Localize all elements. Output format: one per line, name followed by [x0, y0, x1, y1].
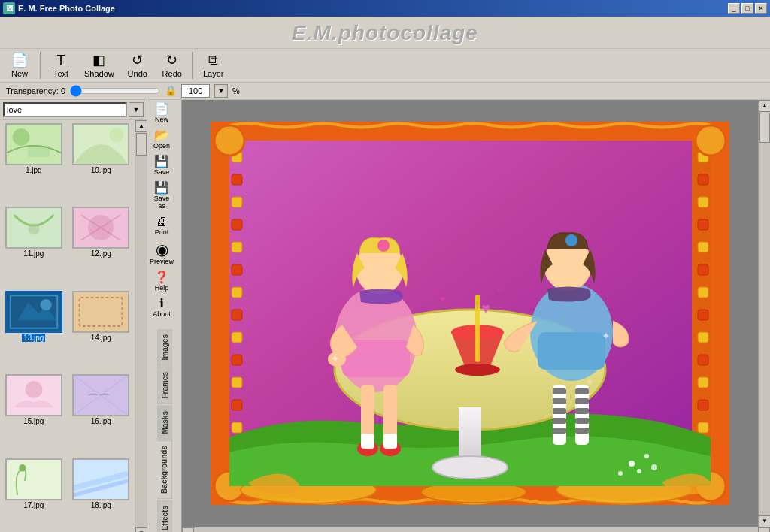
tab-images[interactable]: Images: [157, 329, 172, 365]
new-label: New: [11, 69, 28, 78]
thumbnail-label: 13.jpg: [22, 334, 45, 342]
svg-rect-30: [698, 219, 708, 230]
list-item[interactable]: 13.jpg: [0, 288, 68, 372]
svg-rect-46: [232, 242, 242, 252]
layer-tool[interactable]: ⧉ Layer: [197, 50, 230, 80]
thumbnail-label: 15.jpg: [23, 417, 44, 425]
canvas-scrollbar[interactable]: ▲ ▼: [758, 100, 770, 527]
print-side-label: Print: [155, 228, 169, 236]
list-item[interactable]: 17.jpg: [0, 455, 68, 532]
saveas-side-label: Save as: [150, 195, 174, 210]
svg-text:♥: ♥: [496, 284, 504, 297]
about-side-label: About: [153, 310, 171, 318]
svg-rect-49: [232, 310, 242, 320]
tab-masks[interactable]: Masks: [157, 406, 172, 440]
redo-tool[interactable]: ↻ Redo: [156, 50, 189, 80]
svg-point-57: [214, 125, 244, 156]
search-dropdown[interactable]: ▼: [129, 102, 144, 117]
transparency-slider[interactable]: [70, 85, 160, 97]
canvas-scroll-up[interactable]: ▲: [759, 100, 770, 112]
svg-point-4: [110, 128, 124, 142]
minimize-button[interactable]: _: [728, 3, 740, 14]
svg-text:~~~ ~~~: ~~~ ~~~: [88, 391, 110, 398]
close-button[interactable]: ✕: [755, 3, 767, 14]
scroll-track: [135, 132, 147, 527]
layer-label: Layer: [203, 69, 224, 78]
svg-rect-33: [698, 287, 708, 298]
help-side-button[interactable]: ❓ Help: [147, 268, 176, 295]
shadow-tool[interactable]: ◧ Shadow: [79, 50, 120, 80]
svg-rect-98: [575, 428, 589, 434]
thumbnail-scrollbar[interactable]: ▲ ▼: [135, 120, 147, 532]
svg-rect-0: [7, 124, 61, 164]
tab-backgrounds[interactable]: Backgrounds: [157, 440, 172, 499]
svg-point-1: [12, 128, 29, 146]
svg-rect-51: [232, 355, 242, 365]
app-icon: 🖼: [3, 2, 15, 14]
search-input[interactable]: [3, 102, 127, 117]
list-item[interactable]: 11.jpg: [0, 204, 68, 288]
canvas-scroll-thumb[interactable]: [759, 113, 770, 143]
thumbnail-label: 17.jpg: [23, 501, 44, 509]
help-side-label: Help: [155, 284, 169, 292]
thumbnail-label: 18.jpg: [91, 501, 111, 509]
list-item[interactable]: 1.jpg: [0, 120, 68, 204]
list-item[interactable]: 14.jpg: [68, 288, 135, 372]
list-item[interactable]: 10.jpg: [68, 120, 135, 204]
svg-rect-89: [553, 398, 566, 404]
canvas-scroll-down[interactable]: ▼: [759, 515, 770, 527]
maximize-button[interactable]: □: [741, 3, 753, 14]
svg-point-74: [377, 240, 390, 252]
canvas-scroll-track: [759, 112, 770, 515]
open-side-label: Open: [153, 142, 170, 150]
save-side-button[interactable]: 💾 Save: [147, 153, 176, 179]
scroll-up-button[interactable]: ▲: [135, 120, 147, 132]
thumbnail-label: 11.jpg: [23, 249, 44, 258]
preview-side-button[interactable]: ◉ Preview: [147, 239, 176, 268]
new-side-button[interactable]: 📄 New: [147, 100, 176, 126]
transparency-value: 100: [181, 84, 210, 98]
svg-text:✦: ✦: [331, 352, 340, 364]
svg-point-58: [696, 125, 726, 156]
list-item[interactable]: ~~~ ~~~ 16.jpg: [68, 371, 135, 455]
thumbnail-image: [72, 123, 129, 165]
svg-rect-28: [698, 174, 708, 185]
list-item[interactable]: 15.jpg: [0, 371, 68, 455]
svg-rect-47: [232, 264, 242, 275]
svg-rect-45: [232, 219, 242, 230]
new-side-icon: 📄: [154, 103, 169, 115]
hscroll-right[interactable]: ►: [758, 527, 770, 532]
about-side-button[interactable]: ℹ About: [147, 295, 176, 321]
open-side-button[interactable]: 📂 Open: [147, 126, 176, 153]
svg-rect-32: [698, 264, 708, 275]
tab-effects[interactable]: Effects: [157, 500, 172, 532]
svg-rect-81: [383, 434, 397, 449]
svg-point-85: [565, 234, 578, 246]
svg-rect-39: [698, 422, 708, 433]
text-tool[interactable]: T Text: [44, 50, 77, 80]
svg-point-71: [432, 456, 508, 479]
transparency-dropdown[interactable]: ▼: [214, 84, 228, 98]
undo-tool[interactable]: ↺ Undo: [121, 50, 154, 80]
svg-rect-96: [575, 408, 589, 414]
canvas-inner: ♥ ♥ ♥ ✦ ✦ ❄: [211, 122, 729, 505]
print-side-button[interactable]: 🖨 Print: [147, 213, 176, 239]
svg-rect-43: [232, 174, 242, 185]
save-side-icon: 💾: [154, 156, 169, 168]
svg-point-68: [618, 471, 623, 476]
collage-image: ♥ ♥ ♥ ✦ ✦ ❄: [211, 122, 729, 505]
svg-point-65: [644, 454, 649, 458]
scroll-thumb[interactable]: [136, 133, 147, 156]
list-item[interactable]: 18.jpg: [68, 455, 135, 532]
svg-rect-52: [232, 377, 242, 388]
tab-frames[interactable]: Frames: [157, 367, 172, 404]
thumbnail-label: 10.jpg: [91, 166, 111, 174]
save-side-label: Save: [154, 168, 170, 176]
new-tool[interactable]: 📄 New: [3, 50, 36, 80]
saveas-side-button[interactable]: 💾 Save as: [147, 179, 176, 213]
list-item[interactable]: 12.jpg: [68, 204, 135, 288]
scroll-down-button[interactable]: ▼: [135, 527, 147, 532]
hscroll-left[interactable]: ◄: [182, 527, 194, 532]
canvas-area[interactable]: ♥ ♥ ♥ ✦ ✦ ❄: [182, 100, 758, 527]
svg-point-15: [25, 381, 42, 398]
